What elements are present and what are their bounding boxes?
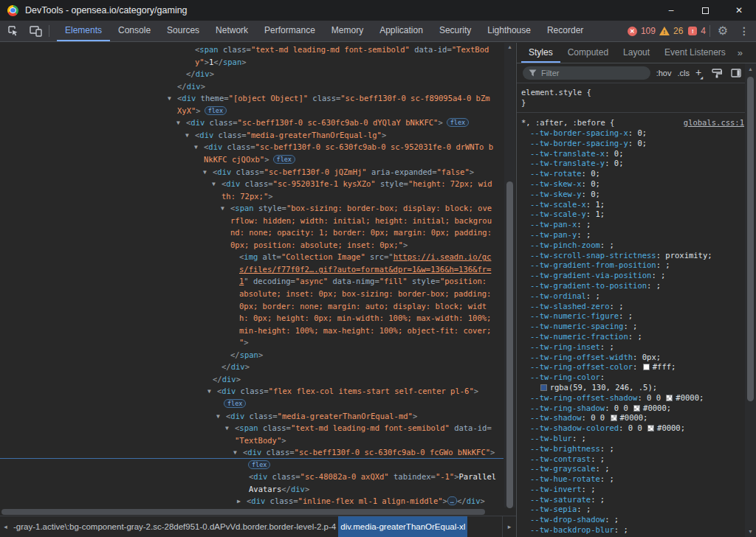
- css-declaration[interactable]: --tw-brightness: ;: [521, 444, 756, 454]
- css-declaration[interactable]: --tw-translate-x: 0;: [521, 149, 756, 159]
- css-declaration[interactable]: --tw-hue-rotate: ;: [521, 474, 756, 485]
- css-property-name[interactable]: --tw-border-spacing-x: [530, 128, 628, 137]
- css-property-name[interactable]: --tw-translate-x: [530, 149, 605, 158]
- css-property-value[interactable]: ;: [614, 515, 619, 524]
- css-property-value[interactable]: ;: [619, 302, 623, 311]
- css-property-name[interactable]: --tw-ring-inset: [530, 342, 600, 351]
- flex-badge[interactable]: flex: [447, 118, 469, 127]
- sidebar-tab-styles[interactable]: Styles: [521, 43, 560, 63]
- tree-line[interactable]: min-height: 100%; max-height: 100%; obje…: [0, 325, 504, 337]
- tab-lighthouse[interactable]: Lighthouse: [479, 21, 539, 41]
- css-declaration[interactable]: --tw-ring-offset-shadow: 0 0 #0000;: [521, 393, 756, 403]
- css-declaration[interactable]: --tw-contrast: ;: [521, 454, 756, 465]
- tree-line[interactable]: Avatars</div>: [0, 483, 504, 496]
- expand-arrow-down-icon[interactable]: ▼: [221, 202, 224, 215]
- css-property-name[interactable]: --tw-shadow-colored: [530, 423, 619, 432]
- tree-line[interactable]: 0px; border: none; margin: auto; display…: [0, 300, 504, 313]
- css-property-name[interactable]: --tw-hue-rotate: [530, 474, 600, 483]
- css-property-value[interactable]: ;: [600, 454, 605, 463]
- device-toolbar-icon[interactable]: [27, 23, 44, 39]
- flex-badge[interactable]: flex: [205, 106, 227, 115]
- new-style-rule-button[interactable]: +: [695, 66, 704, 78]
- tree-line[interactable]: th: 72px;">: [0, 190, 504, 203]
- css-property-value[interactable]: ;: [586, 505, 591, 513]
- tree-line[interactable]: flex: [0, 459, 504, 471]
- css-property-name[interactable]: --tw-pan-y: [530, 230, 577, 239]
- tree-line[interactable]: y">1</span>: [0, 56, 504, 69]
- expand-arrow-down-icon[interactable]: ▼: [233, 446, 237, 459]
- css-property-value[interactable]: 0;: [591, 169, 600, 178]
- css-property-value[interactable]: ;: [665, 260, 670, 269]
- css-declaration[interactable]: --tw-scroll-snap-strictness: proximity;: [521, 251, 756, 261]
- css-declaration[interactable]: --tw-border-spacing-x: 0;: [521, 128, 756, 139]
- tree-line[interactable]: "TextBody">: [0, 434, 504, 447]
- css-declaration[interactable]: --tw-pan-x: ;: [521, 220, 756, 230]
- tab-recorder[interactable]: Recorder: [539, 21, 591, 41]
- breadcrumb-item[interactable]: -gray-1.active\:bg-component-gray-2.sc-2…: [11, 516, 338, 537]
- css-declaration[interactable]: --tw-rotate: 0;: [521, 169, 756, 179]
- color-swatch-transparent[interactable]: [611, 415, 617, 421]
- tree-line[interactable]: ▼<div class="sc-952031fe-1 kysXZo" style…: [0, 178, 504, 190]
- tab-application[interactable]: Application: [371, 21, 431, 41]
- css-property-value[interactable]: ;: [628, 311, 633, 320]
- expand-arrow-down-icon[interactable]: ▼: [194, 141, 198, 153]
- tree-line[interactable]: nd: none; opacity: 1; border: 0px; margi…: [0, 226, 504, 239]
- tree-line[interactable]: s/files/f77f0f2….gif?auto=format&dpr=1&w…: [0, 263, 504, 276]
- tree-line[interactable]: </span>: [0, 349, 504, 361]
- tab-memory[interactable]: Memory: [323, 21, 371, 41]
- expand-arrow-down-icon[interactable]: ▼: [207, 385, 211, 398]
- css-property-name[interactable]: --tw-drop-shadow: [530, 515, 605, 524]
- breadcrumb-scroll-right-icon[interactable]: ▸: [502, 516, 516, 537]
- collapsed-content-ellipsis[interactable]: …: [447, 496, 457, 505]
- scroll-up-arrow-icon[interactable]: ▲: [504, 44, 515, 49]
- css-property-name[interactable]: --tw-brightness: [530, 444, 600, 453]
- css-property-value[interactable]: #0000;: [643, 403, 671, 412]
- color-swatch-blue[interactable]: [540, 384, 547, 391]
- tree-line[interactable]: ▼<div class="sc-beff130f-0 sc-630fc9ab-0…: [0, 117, 504, 129]
- css-property-name[interactable]: --tw-ring-offset-shadow: [530, 393, 637, 402]
- css-property-value[interactable]: ;: [637, 332, 642, 341]
- tree-line[interactable]: <span class="text-md leading-md font-sem…: [0, 44, 504, 56]
- more-tabs-chevron-icon[interactable]: »: [733, 43, 747, 63]
- tree-line[interactable]: absolute; inset: 0px; box-sizing: border…: [0, 288, 504, 300]
- breadcrumb-item-selected[interactable]: div.media-greaterThanOrEqual-xl: [338, 516, 467, 537]
- css-declaration[interactable]: --tw-numeric-figure: ;: [521, 311, 756, 322]
- css-property-value[interactable]: ;: [623, 525, 628, 534]
- css-declaration[interactable]: --tw-skew-x: 0;: [521, 179, 756, 190]
- css-declaration[interactable]: --tw-drop-shadow: ;: [521, 515, 756, 525]
- styles-vertical-scrollbar[interactable]: ▲ ▼: [745, 63, 756, 537]
- scrollbar-thumb[interactable]: [747, 77, 754, 401]
- more-options-kebab-icon[interactable]: ⋮: [735, 23, 753, 39]
- css-property-value[interactable]: ;: [656, 281, 661, 290]
- expand-arrow-down-icon[interactable]: ▼: [185, 129, 189, 142]
- css-property-name[interactable]: --tw-gradient-to-position: [530, 281, 647, 290]
- tree-line[interactable]: rflow: hidden; width: initial; height: i…: [0, 215, 504, 227]
- css-declaration[interactable]: --tw-gradient-via-position: ;: [521, 271, 756, 281]
- css-declaration[interactable]: --tw-pinch-zoom: ;: [521, 240, 756, 251]
- tree-line[interactable]: </div>: [0, 361, 504, 373]
- color-swatch-transparent[interactable]: [633, 405, 640, 412]
- css-property-value[interactable]: 0;: [614, 149, 624, 158]
- css-property-value[interactable]: 1;: [596, 209, 605, 218]
- css-property-value[interactable]: ;: [609, 342, 614, 351]
- css-property-value[interactable]: ;: [582, 434, 586, 443]
- css-declaration[interactable]: --tw-ring-offset-width: 0px;: [521, 353, 756, 363]
- sidebar-tab-event-listeners[interactable]: Event Listeners: [657, 43, 733, 63]
- tree-line[interactable]: ">: [0, 336, 504, 349]
- css-declaration[interactable]: --tw-scale-y: 1;: [521, 209, 756, 220]
- warning-icon[interactable]: !: [659, 27, 670, 35]
- issues-count[interactable]: 4: [701, 26, 706, 36]
- css-declaration[interactable]: --tw-ring-inset: ;: [521, 342, 756, 353]
- tree-line[interactable]: flex: [0, 398, 504, 410]
- tab-sources[interactable]: Sources: [159, 21, 207, 41]
- css-property-value[interactable]: #0000;: [620, 413, 648, 422]
- css-property-value[interactable]: ;: [609, 474, 614, 483]
- warning-count[interactable]: 26: [673, 26, 683, 36]
- css-property-value[interactable]: ;: [586, 220, 591, 229]
- tree-line[interactable]: ▼<div class="sc-beff130f-0 jQZmHj" aria-…: [0, 166, 504, 179]
- css-declaration[interactable]: --tw-slashed-zero: ;: [521, 302, 756, 312]
- css-property-name[interactable]: --tw-ring-color: [530, 373, 600, 381]
- css-property-name[interactable]: --tw-skew-y: [530, 190, 582, 198]
- css-declaration[interactable]: --tw-ring-offset-color: #fff;: [521, 362, 756, 373]
- element-style-selector[interactable]: element.style: [521, 88, 582, 97]
